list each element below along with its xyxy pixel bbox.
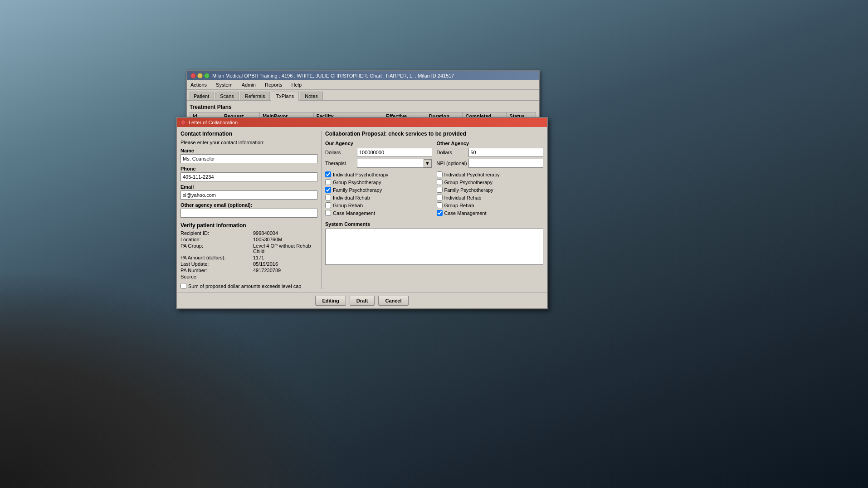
our-group-rehab: Group Rehab [325, 202, 432, 208]
pa-number-label: PA Number: [180, 268, 253, 273]
dialog-letter-of-collaboration: Letter of Collaboration Contact Informat… [176, 117, 548, 309]
tab-patient[interactable]: Patient [189, 92, 214, 100]
our-dollars-label: Dollars [325, 150, 357, 155]
our-case-management-checkbox[interactable] [325, 210, 331, 216]
draft-button[interactable]: Draft [350, 296, 375, 306]
tab-scans[interactable]: Scans [215, 92, 239, 100]
therapist-dropdown-arrow[interactable]: ▼ [424, 159, 432, 167]
menu-actions[interactable]: Actions [189, 81, 209, 88]
other-family-psychotherapy: Family Psychotherapy [437, 187, 544, 193]
maximize-button[interactable] [204, 73, 210, 78]
editing-button[interactable]: Editing [315, 296, 346, 306]
other-services: Individual Psychotherapy Group Psychothe… [437, 171, 544, 216]
npi-field: NPI (optional) [437, 159, 544, 168]
phone-label: Phone [180, 166, 317, 171]
other-dollars-label: Dollars [437, 150, 468, 155]
other-case-management-checkbox[interactable] [437, 210, 443, 216]
tabs-bar: Patient Scans Referrals TxPlans Notes [187, 90, 539, 101]
other-group-psychotherapy-checkbox[interactable] [437, 179, 443, 185]
comments-textarea[interactable] [325, 229, 543, 265]
verify-row: Location: 100530760M [180, 237, 317, 242]
verify-row: PA Number: 4917230789 [180, 268, 317, 273]
other-group-psychotherapy: Group Psychotherapy [437, 179, 544, 185]
our-dollars-field: Dollars [325, 148, 432, 157]
minimize-button[interactable] [197, 73, 203, 78]
source-label: Source: [180, 274, 253, 279]
other-individual-psychotherapy-checkbox[interactable] [437, 171, 443, 177]
other-family-psychotherapy-checkbox[interactable] [437, 187, 443, 193]
other-email-label: Other agency email (optional): [180, 202, 317, 208]
dialog-close-button[interactable] [180, 120, 186, 125]
npi-input[interactable] [468, 159, 544, 168]
name-input[interactable] [180, 154, 317, 163]
email-input[interactable] [180, 190, 317, 200]
verify-row: Recipient ID: 999840004 [180, 230, 317, 236]
other-dollars-input[interactable] [468, 148, 544, 157]
pa-group-label: PA Group: [180, 243, 253, 254]
our-group-rehab-label: Group Rehab [333, 203, 363, 208]
other-email-input[interactable] [180, 209, 317, 218]
other-individual-psychotherapy-label: Individual Psychotherapy [444, 172, 500, 177]
other-group-rehab-label: Group Rehab [444, 203, 474, 208]
pa-amount-value: 1171 [253, 255, 317, 260]
verify-row: Source: [180, 274, 317, 279]
other-group-rehab: Group Rehab [437, 202, 544, 208]
other-case-management-label: Case Management [444, 210, 487, 216]
our-individual-psychotherapy-checkbox[interactable] [325, 171, 331, 177]
our-dollars-input[interactable] [357, 148, 432, 157]
other-agency-title: Other Agency [437, 141, 544, 146]
other-case-management: Case Management [437, 210, 544, 216]
our-individual-rehab: Individual Rehab [325, 195, 432, 200]
verify-row: Last Update: 05/19/2016 [180, 261, 317, 267]
our-family-psychotherapy-label: Family Psychotherapy [333, 187, 382, 193]
source-value [253, 274, 317, 279]
cancel-button[interactable]: Cancel [378, 296, 408, 306]
email-label: Email [180, 184, 317, 190]
menu-help[interactable]: Help [289, 81, 303, 88]
other-individual-rehab: Individual Rehab [437, 195, 544, 200]
recipient-id-value: 999840004 [253, 230, 317, 236]
therapist-input[interactable] [357, 159, 424, 167]
menu-reports[interactable]: Reports [263, 81, 284, 88]
menu-system[interactable]: System [214, 81, 234, 88]
therapist-field: Therapist ▼ [325, 159, 432, 168]
pa-group-value: Level 4 OP without Rehab Child [253, 243, 317, 254]
our-services: Individual Psychotherapy Group Psychothe… [325, 171, 432, 216]
other-group-rehab-checkbox[interactable] [437, 202, 443, 208]
window-title: Milan Medical OPBH Training : 4196 : WHI… [212, 73, 535, 78]
our-family-psychotherapy-checkbox[interactable] [325, 187, 331, 193]
name-label: Name [180, 148, 317, 153]
sum-checkbox-label: Sum of proposed dollar amounts exceeds l… [188, 283, 301, 289]
phone-input[interactable] [180, 172, 317, 181]
contact-info-title: Contact Information [180, 131, 317, 137]
menu-admin[interactable]: Admin [240, 81, 258, 88]
sum-checkbox-row: Sum of proposed dollar amounts exceeds l… [180, 283, 317, 289]
our-individual-psychotherapy-label: Individual Psychotherapy [333, 172, 388, 177]
dialog-right-panel: Collaboration Proposal: check services t… [321, 131, 543, 289]
dialog-body: Contact Information Please enter your co… [177, 127, 547, 293]
verify-title: Verify patient information [180, 222, 317, 229]
sum-checkbox[interactable] [180, 283, 186, 289]
other-family-psychotherapy-label: Family Psychotherapy [444, 187, 493, 193]
dialog-title-bar: Letter of Collaboration [177, 118, 547, 127]
our-case-management: Case Management [325, 210, 432, 216]
our-agency-title: Our Agency [325, 141, 432, 146]
last-update-label: Last Update: [180, 261, 253, 267]
pa-number-value: 4917230789 [253, 268, 317, 273]
our-individual-rehab-checkbox[interactable] [325, 195, 331, 200]
our-group-psychotherapy-checkbox[interactable] [325, 179, 331, 185]
tab-referrals[interactable]: Referrals [240, 92, 270, 100]
our-case-management-label: Case Management [333, 210, 375, 216]
tab-txplans[interactable]: TxPlans [271, 92, 299, 101]
main-title-bar: Milan Medical OPBH Training : 4196 : WHI… [187, 71, 539, 80]
verify-row: PA Group: Level 4 OP without Rehab Child [180, 243, 317, 254]
tab-notes[interactable]: Notes [300, 92, 323, 100]
our-group-rehab-checkbox[interactable] [325, 202, 331, 208]
therapist-label: Therapist [325, 161, 357, 166]
our-individual-psychotherapy: Individual Psychotherapy [325, 171, 432, 177]
other-individual-psychotherapy: Individual Psychotherapy [437, 171, 544, 177]
close-button[interactable] [190, 73, 196, 78]
our-agency: Our Agency Dollars Therapist ▼ [325, 141, 432, 218]
verify-section: Verify patient information Recipient ID:… [180, 222, 317, 279]
other-individual-rehab-checkbox[interactable] [437, 195, 443, 200]
